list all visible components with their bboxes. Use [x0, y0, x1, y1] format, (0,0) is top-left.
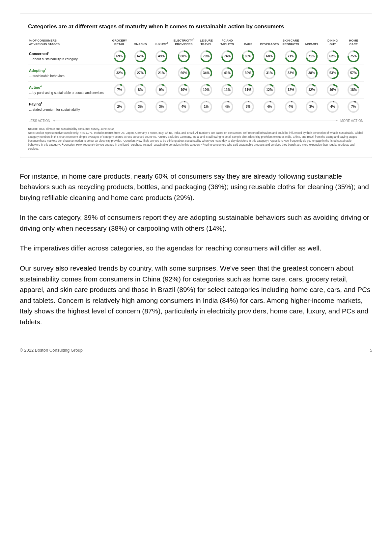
donut-chart: 60% [177, 66, 191, 80]
chart-table: % OF CONSUMERS AT VARIOUS STAGES GROCERY… [28, 37, 364, 115]
col-header-pc: PC ANDTABLETS [217, 37, 238, 48]
cell-paying-beverages: 4% [259, 99, 280, 115]
donut-chart: 68% [263, 49, 276, 63]
donut-label: 21% [158, 71, 165, 75]
donut-label: 70% [203, 54, 210, 58]
cell-paying-cars: 3% [238, 99, 259, 115]
donut-label: 11% [224, 88, 231, 92]
cell-concerned-beverages: 68% [259, 48, 280, 65]
donut-label: 8% [138, 88, 143, 92]
less-action-label: LESS ACTION [29, 118, 50, 123]
col-header-snacks: SNACKS [130, 37, 151, 48]
cell-adopting-cars: 39% [238, 65, 259, 82]
row-label-acting: Acting4... by purchasing sustainable pro… [28, 82, 109, 99]
donut-wrap: 34% [197, 66, 216, 80]
donut-chart: 12% [284, 83, 298, 97]
donut-wrap: 68% [259, 49, 280, 63]
cell-adopting-leisure: 34% [196, 65, 217, 82]
footer: © 2022 Boston Consulting Group 5 [20, 347, 372, 354]
cell-concerned-pc: 74% [217, 48, 238, 65]
donut-wrap: 4% [173, 100, 195, 114]
cell-acting-leisure: 10% [196, 82, 217, 99]
donut-label: 62% [137, 54, 144, 58]
cell-adopting-luxury: 21% [151, 65, 172, 82]
donut-wrap: 39% [238, 66, 258, 80]
donut-wrap: 10% [197, 83, 216, 97]
paragraph-3: The imperatives differ across categories… [20, 243, 372, 254]
donut-wrap: 49% [152, 49, 171, 63]
donut-wrap: 3% [152, 100, 171, 114]
donut-chart: 80% [177, 49, 191, 63]
page-number: 5 [370, 347, 372, 354]
donut-label: 71% [288, 54, 294, 58]
donut-label: 4% [289, 105, 294, 108]
cell-paying-homecare: 7% [343, 99, 364, 115]
donut-label: 31% [266, 71, 273, 75]
donut-chart: 38% [305, 66, 319, 80]
row-label-paying: Paying5... stated premium for sustainabi… [28, 99, 109, 115]
donut-chart: 4% [177, 100, 191, 114]
donut-label: 27% [137, 71, 144, 75]
cell-paying-luxury: 3% [151, 99, 172, 115]
donut-wrap: 16% [323, 83, 342, 97]
donut-wrap: 74% [217, 49, 237, 63]
cell-acting-electricity: 10% [172, 82, 196, 99]
paragraph-4: Our survey also revealed trends by count… [20, 263, 372, 327]
donut-label: 62% [329, 54, 336, 58]
note-text: Note: Market-representative sample only;… [28, 131, 363, 150]
cell-paying-dining: 4% [322, 99, 343, 115]
col-header-cars: CARS [238, 37, 259, 48]
donut-chart: 4% [326, 100, 340, 114]
donut-chart: 32% [113, 66, 126, 80]
donut-label: 49% [158, 54, 165, 58]
paragraph-1: For instance, in home care products, nea… [20, 171, 372, 203]
donut-wrap: 71% [281, 49, 300, 63]
cell-acting-skincare: 12% [280, 82, 301, 99]
col-header-stages: AT VARIOUS STAGES [29, 43, 108, 46]
chart-title: Categories are at different stages of ma… [28, 23, 364, 31]
donut-label: 4% [182, 105, 186, 108]
donut-chart: 74% [220, 49, 234, 63]
chart-row-paying: Paying5... stated premium for sustainabi… [28, 99, 364, 115]
donut-chart: 10% [199, 83, 213, 97]
donut-chart: 27% [133, 66, 147, 80]
donut-wrap: 9% [152, 83, 171, 97]
donut-label: 12% [308, 88, 315, 92]
cell-adopting-homecare: 57% [343, 65, 364, 82]
donut-label: 3% [138, 105, 143, 108]
cell-paying-electricity: 4% [172, 99, 196, 115]
col-header-homecare: HOMECARE [343, 37, 364, 48]
cell-acting-pc: 11% [217, 82, 238, 99]
donut-chart: 70% [199, 49, 213, 63]
donut-chart: 18% [347, 83, 360, 97]
donut-chart: 62% [326, 49, 340, 63]
donut-wrap: 3% [131, 100, 150, 114]
donut-chart: 49% [154, 49, 168, 63]
col-header-luxury: LUXURY3 [151, 37, 172, 48]
donut-label: 80% [181, 54, 187, 58]
donut-wrap: 11% [238, 83, 258, 97]
donut-wrap: 4% [217, 100, 237, 114]
donut-chart: 9% [154, 83, 168, 97]
donut-wrap: 2% [110, 100, 129, 114]
donut-chart: 4% [220, 100, 234, 114]
donut-chart: 62% [133, 49, 147, 63]
donut-wrap: 4% [281, 100, 300, 114]
donut-label: 18% [350, 88, 357, 92]
cell-concerned-cars: 80% [238, 48, 259, 65]
donut-chart: 75% [347, 49, 360, 63]
col-header-dining: DININGOUT [322, 37, 343, 48]
cell-adopting-skincare: 33% [280, 65, 301, 82]
col-header-grocery: GROCERYRETAIL [109, 37, 130, 48]
cell-acting-snacks: 8% [130, 82, 151, 99]
col-header-electricity: ELECTRICITY5PROVIDERS [172, 37, 196, 48]
col-header-skincare: SKIN CAREPRODUCTS [280, 37, 301, 48]
cell-concerned-skincare: 71% [280, 48, 301, 65]
donut-label: 38% [308, 71, 315, 75]
donut-label: 12% [288, 88, 294, 92]
cell-acting-dining: 16% [322, 82, 343, 99]
donut-chart: 11% [220, 83, 234, 97]
cell-acting-cars: 11% [238, 82, 259, 99]
donut-chart: 21% [154, 66, 168, 80]
donut-wrap: 4% [259, 100, 280, 114]
